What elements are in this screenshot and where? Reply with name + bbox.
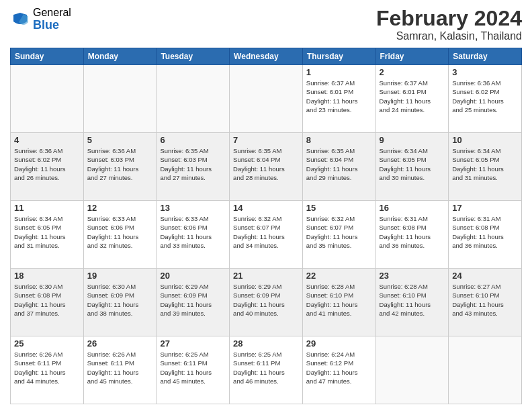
day-number: 22	[306, 271, 372, 281]
calendar: SundayMondayTuesdayWednesdayThursdayFrid…	[10, 48, 522, 404]
calendar-cell: 12Sunrise: 6:33 AMSunset: 6:06 PMDayligh…	[83, 201, 157, 269]
calendar-cell: 13Sunrise: 6:33 AMSunset: 6:06 PMDayligh…	[157, 201, 230, 269]
day-number: 24	[452, 271, 518, 281]
day-info: Sunrise: 6:33 AMSunset: 6:06 PMDaylight:…	[87, 214, 153, 250]
calendar-cell: 8Sunrise: 6:35 AMSunset: 6:04 PMDaylight…	[302, 133, 375, 201]
day-info: Sunrise: 6:28 AMSunset: 6:10 PMDaylight:…	[380, 282, 445, 318]
day-number: 21	[233, 271, 299, 281]
calendar-cell: 16Sunrise: 6:31 AMSunset: 6:08 PMDayligh…	[375, 201, 449, 269]
day-info: Sunrise: 6:36 AMSunset: 6:03 PMDaylight:…	[87, 146, 153, 182]
calendar-cell: 7Sunrise: 6:35 AMSunset: 6:04 PMDaylight…	[230, 133, 303, 201]
main-title: February 2024	[376, 7, 522, 30]
day-number: 29	[306, 338, 372, 349]
calendar-cell: 5Sunrise: 6:36 AMSunset: 6:03 PMDaylight…	[83, 133, 157, 201]
day-number: 28	[233, 338, 299, 349]
day-info: Sunrise: 6:28 AMSunset: 6:10 PMDaylight:…	[306, 282, 372, 318]
logo-blue: Blue	[33, 19, 71, 32]
day-info: Sunrise: 6:37 AMSunset: 6:01 PMDaylight:…	[380, 79, 445, 114]
day-number: 20	[160, 271, 226, 281]
day-number: 13	[160, 203, 226, 213]
day-number: 9	[380, 135, 445, 145]
day-number: 8	[306, 135, 372, 145]
week-row-4: 18Sunrise: 6:30 AMSunset: 6:08 PMDayligh…	[11, 269, 522, 336]
day-info: Sunrise: 6:33 AMSunset: 6:06 PMDaylight:…	[160, 214, 226, 250]
column-header-friday: Friday	[375, 48, 449, 65]
calendar-cell	[375, 336, 449, 404]
day-info: Sunrise: 6:30 AMSunset: 6:08 PMDaylight:…	[14, 282, 80, 318]
column-header-saturday: Saturday	[449, 48, 522, 65]
day-number: 5	[87, 135, 153, 145]
calendar-cell: 9Sunrise: 6:34 AMSunset: 6:05 PMDaylight…	[375, 133, 449, 201]
day-number: 14	[233, 203, 299, 213]
day-info: Sunrise: 6:35 AMSunset: 6:03 PMDaylight:…	[160, 146, 226, 182]
week-row-5: 25Sunrise: 6:26 AMSunset: 6:11 PMDayligh…	[11, 336, 522, 404]
calendar-cell: 11Sunrise: 6:34 AMSunset: 6:05 PMDayligh…	[11, 201, 84, 269]
calendar-cell	[449, 336, 522, 404]
logo-icon	[10, 9, 30, 30]
calendar-cell	[83, 65, 157, 133]
week-row-3: 11Sunrise: 6:34 AMSunset: 6:05 PMDayligh…	[11, 201, 522, 269]
calendar-cell: 19Sunrise: 6:30 AMSunset: 6:09 PMDayligh…	[83, 269, 157, 336]
calendar-cell: 28Sunrise: 6:25 AMSunset: 6:11 PMDayligh…	[230, 336, 303, 404]
day-number: 7	[233, 135, 299, 145]
day-info: Sunrise: 6:25 AMSunset: 6:11 PMDaylight:…	[233, 350, 299, 385]
day-info: Sunrise: 6:32 AMSunset: 6:07 PMDaylight:…	[306, 214, 372, 250]
column-header-thursday: Thursday	[302, 48, 375, 65]
day-info: Sunrise: 6:25 AMSunset: 6:11 PMDaylight:…	[160, 350, 226, 385]
header-row: SundayMondayTuesdayWednesdayThursdayFrid…	[11, 48, 522, 65]
logo-general: General	[33, 7, 71, 19]
day-number: 27	[160, 338, 226, 349]
calendar-cell: 6Sunrise: 6:35 AMSunset: 6:03 PMDaylight…	[157, 133, 230, 201]
day-info: Sunrise: 6:32 AMSunset: 6:07 PMDaylight:…	[233, 214, 299, 250]
logo-text: GeneralBlue	[33, 7, 71, 32]
calendar-cell: 20Sunrise: 6:29 AMSunset: 6:09 PMDayligh…	[157, 269, 230, 336]
day-number: 6	[160, 135, 226, 145]
calendar-cell: 18Sunrise: 6:30 AMSunset: 6:08 PMDayligh…	[11, 269, 84, 336]
day-info: Sunrise: 6:27 AMSunset: 6:10 PMDaylight:…	[452, 282, 518, 318]
day-info: Sunrise: 6:30 AMSunset: 6:09 PMDaylight:…	[87, 282, 153, 318]
calendar-cell: 14Sunrise: 6:32 AMSunset: 6:07 PMDayligh…	[230, 201, 303, 269]
calendar-cell: 3Sunrise: 6:36 AMSunset: 6:02 PMDaylight…	[449, 65, 522, 133]
calendar-cell	[11, 65, 84, 133]
calendar-cell: 15Sunrise: 6:32 AMSunset: 6:07 PMDayligh…	[302, 201, 375, 269]
calendar-cell: 17Sunrise: 6:31 AMSunset: 6:08 PMDayligh…	[449, 201, 522, 269]
header: GeneralBlue February 2024 Samran, Kalasi…	[10, 7, 522, 42]
day-info: Sunrise: 6:34 AMSunset: 6:05 PMDaylight:…	[452, 146, 518, 182]
page: GeneralBlue February 2024 Samran, Kalasi…	[0, 0, 532, 411]
day-number: 12	[87, 203, 153, 213]
day-info: Sunrise: 6:35 AMSunset: 6:04 PMDaylight:…	[233, 146, 299, 182]
day-info: Sunrise: 6:26 AMSunset: 6:11 PMDaylight:…	[14, 350, 80, 385]
day-number: 18	[14, 271, 80, 281]
day-number: 10	[452, 135, 518, 145]
calendar-cell: 23Sunrise: 6:28 AMSunset: 6:10 PMDayligh…	[375, 269, 449, 336]
logo: GeneralBlue	[10, 7, 71, 32]
column-header-sunday: Sunday	[11, 48, 84, 65]
day-info: Sunrise: 6:35 AMSunset: 6:04 PMDaylight:…	[306, 146, 372, 182]
column-header-tuesday: Tuesday	[157, 48, 230, 65]
day-info: Sunrise: 6:29 AMSunset: 6:09 PMDaylight:…	[233, 282, 299, 318]
day-number: 17	[452, 203, 518, 213]
calendar-cell	[157, 65, 230, 133]
column-header-monday: Monday	[83, 48, 157, 65]
calendar-cell: 25Sunrise: 6:26 AMSunset: 6:11 PMDayligh…	[11, 336, 84, 404]
day-number: 4	[14, 135, 80, 145]
day-number: 23	[380, 271, 445, 281]
day-info: Sunrise: 6:37 AMSunset: 6:01 PMDaylight:…	[306, 79, 372, 114]
calendar-cell: 4Sunrise: 6:36 AMSunset: 6:02 PMDaylight…	[11, 133, 84, 201]
day-number: 25	[14, 338, 80, 349]
calendar-cell: 22Sunrise: 6:28 AMSunset: 6:10 PMDayligh…	[302, 269, 375, 336]
calendar-cell: 1Sunrise: 6:37 AMSunset: 6:01 PMDaylight…	[302, 65, 375, 133]
calendar-cell: 21Sunrise: 6:29 AMSunset: 6:09 PMDayligh…	[230, 269, 303, 336]
day-info: Sunrise: 6:36 AMSunset: 6:02 PMDaylight:…	[14, 146, 80, 182]
calendar-cell: 27Sunrise: 6:25 AMSunset: 6:11 PMDayligh…	[157, 336, 230, 404]
day-number: 3	[452, 67, 518, 77]
calendar-cell: 26Sunrise: 6:26 AMSunset: 6:11 PMDayligh…	[83, 336, 157, 404]
day-number: 26	[87, 338, 153, 349]
calendar-cell: 29Sunrise: 6:24 AMSunset: 6:12 PMDayligh…	[302, 336, 375, 404]
column-header-wednesday: Wednesday	[230, 48, 303, 65]
day-info: Sunrise: 6:26 AMSunset: 6:11 PMDaylight:…	[87, 350, 153, 385]
calendar-cell: 2Sunrise: 6:37 AMSunset: 6:01 PMDaylight…	[375, 65, 449, 133]
day-number: 2	[380, 67, 445, 77]
day-info: Sunrise: 6:34 AMSunset: 6:05 PMDaylight:…	[14, 214, 80, 250]
day-info: Sunrise: 6:31 AMSunset: 6:08 PMDaylight:…	[452, 214, 518, 250]
